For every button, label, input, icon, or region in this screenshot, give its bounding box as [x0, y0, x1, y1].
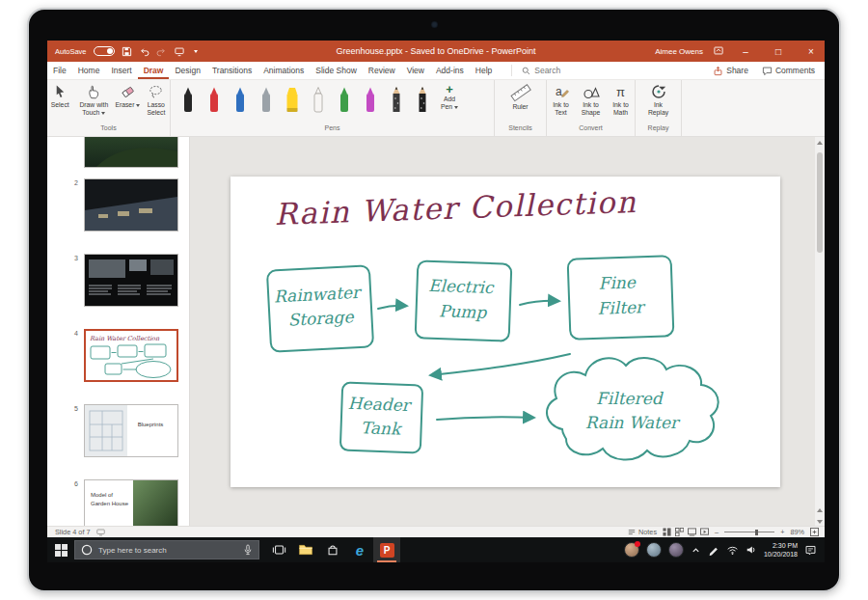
user-name[interactable]: Aimee Owens — [655, 47, 703, 56]
slide-sorter-view-icon[interactable] — [675, 528, 684, 536]
wifi-icon[interactable] — [726, 545, 739, 556]
tab-help[interactable]: Help — [470, 62, 498, 79]
slide-editing-surface[interactable]: Rain Water Collection Rainwater Storage … — [231, 177, 780, 487]
time-text: 2:30 PM — [764, 541, 798, 550]
file-explorer-button[interactable] — [292, 537, 319, 562]
pen-galaxy[interactable] — [409, 85, 435, 120]
ink-replay-button[interactable]: Ink Replay — [639, 83, 678, 124]
action-center-icon[interactable] — [804, 544, 817, 557]
fit-to-window-icon[interactable] — [810, 528, 819, 536]
pen-blue[interactable] — [227, 85, 253, 120]
vertical-scrollbar[interactable] — [815, 137, 825, 526]
ink-arrow-1 — [378, 306, 406, 309]
ink-arrow-2 — [520, 301, 558, 305]
slideshow-view-icon[interactable] — [700, 528, 709, 536]
pen-green[interactable] — [331, 85, 357, 120]
thumbnail-slide-1[interactable] — [84, 137, 178, 168]
tab-animations[interactable]: Animations — [258, 62, 310, 79]
thumbnail-number: 4 — [63, 330, 78, 337]
volume-icon[interactable] — [746, 544, 757, 556]
comments-button[interactable]: Comments — [762, 66, 815, 76]
pencil-dark[interactable] — [383, 85, 409, 120]
start-button[interactable] — [47, 537, 74, 562]
edge-button[interactable]: e — [346, 537, 373, 562]
add-pen-button[interactable]: + Add Pen — [441, 83, 458, 124]
tray-chevron-up-icon[interactable] — [691, 545, 701, 556]
microphone-icon[interactable] — [243, 544, 253, 556]
search-box[interactable]: Search — [511, 65, 560, 77]
zoom-slider[interactable] — [724, 529, 774, 536]
ink-box-electric-pump — [416, 260, 512, 341]
task-view-button[interactable] — [265, 537, 292, 562]
highlighter-yellow[interactable] — [279, 85, 305, 120]
people-avatar-1[interactable] — [624, 542, 639, 558]
ink-to-shape-button[interactable]: Ink to Shape — [577, 83, 605, 124]
undo-icon[interactable] — [139, 46, 149, 57]
pen-red[interactable] — [201, 85, 227, 120]
eraser-button[interactable]: Eraser — [115, 83, 140, 124]
pen-silver[interactable] — [253, 85, 279, 120]
group-label-convert: Convert — [547, 124, 635, 136]
share-button[interactable]: Share — [713, 66, 748, 76]
pen-magenta[interactable] — [357, 85, 383, 120]
slide-indicator: Slide 4 of 7 — [55, 528, 91, 536]
notification-badge — [635, 541, 640, 547]
thumbnail-slide-2[interactable] — [84, 178, 178, 232]
minimize-button[interactable]: – — [734, 41, 757, 62]
notes-button[interactable]: Notes — [628, 528, 657, 536]
microsoft-store-button[interactable] — [319, 537, 346, 562]
ink-to-text-button[interactable]: a Ink to Text — [547, 83, 575, 124]
people-avatar-2[interactable] — [646, 542, 662, 558]
present-icon[interactable] — [174, 46, 185, 57]
tab-transitions[interactable]: Transitions — [206, 62, 258, 79]
status-bar: Slide 4 of 7 Notes – — [47, 526, 825, 537]
scroll-up-icon[interactable] — [817, 141, 823, 145]
tab-add-ins[interactable]: Add-ins — [430, 62, 470, 79]
tab-draw[interactable]: Draw — [138, 62, 170, 79]
ribbon-display-options-icon[interactable] — [713, 42, 724, 60]
thumbnail-slide-4-selected[interactable]: Rain Water Collection — [84, 329, 178, 382]
svg-text:Garden House: Garden House — [91, 501, 129, 506]
thumbnail-slide-3[interactable] — [84, 254, 178, 307]
tab-design[interactable]: Design — [169, 62, 205, 79]
tab-file[interactable]: File — [47, 62, 72, 79]
tab-home[interactable]: Home — [72, 62, 106, 79]
customize-qat-icon[interactable] — [194, 50, 198, 53]
next-slide-button[interactable] — [815, 517, 825, 524]
surface-pen-icon[interactable] — [708, 544, 719, 556]
previous-slide-button[interactable] — [815, 505, 825, 512]
pen-black[interactable] — [175, 85, 201, 120]
lasso-select-button[interactable]: Lasso Select — [143, 83, 170, 124]
zoom-out-button[interactable]: – — [715, 528, 719, 536]
tab-insert[interactable]: Insert — [105, 62, 137, 79]
svg-text:π: π — [616, 85, 625, 99]
ruler-button[interactable]: Ruler — [500, 83, 542, 124]
accessibility-icon[interactable] — [96, 529, 105, 536]
zoom-in-button[interactable]: + — [780, 528, 784, 536]
save-icon[interactable] — [122, 46, 132, 57]
ink-to-text-icon: a — [553, 83, 570, 100]
people-avatar-3[interactable] — [668, 542, 684, 558]
thumbnail-slide-5[interactable]: Blueprints — [84, 404, 178, 457]
normal-view-icon[interactable] — [663, 528, 671, 536]
pen-white[interactable] — [305, 85, 331, 120]
zoom-percent[interactable]: 89% — [790, 528, 804, 536]
ink-to-math-button[interactable]: π Ink to Math — [607, 83, 635, 124]
tab-view[interactable]: View — [401, 62, 430, 79]
taskbar-search-box[interactable]: Type here to search — [74, 540, 259, 559]
close-button[interactable]: × — [800, 41, 823, 62]
reading-view-icon[interactable] — [688, 528, 696, 536]
select-button[interactable]: Select — [47, 83, 72, 124]
camera-dot — [431, 21, 438, 28]
redo-icon[interactable] — [156, 46, 167, 57]
maximize-button[interactable]: □ — [767, 41, 790, 62]
thumbnail-slide-6[interactable]: Model ofGarden House — [84, 479, 178, 526]
tablet-bezel: AutoSave Greenhouse.p — [27, 8, 841, 592]
powerpoint-taskbar-button[interactable]: P — [373, 537, 400, 562]
tab-slide-show[interactable]: Slide Show — [310, 62, 363, 79]
autosave-toggle[interactable] — [94, 46, 115, 56]
draw-with-touch-button[interactable]: Draw with Touch — [74, 83, 113, 124]
tab-review[interactable]: Review — [363, 62, 401, 79]
scrollbar-thumb[interactable] — [817, 152, 823, 253]
clock[interactable]: 2:30 PM 10/20/2018 — [764, 541, 798, 559]
